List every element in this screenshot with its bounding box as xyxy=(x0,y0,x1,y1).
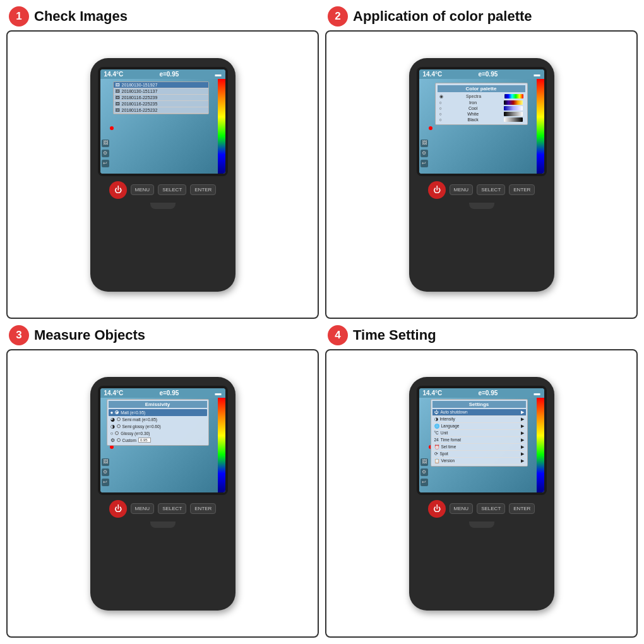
settings-item[interactable]: ⟳Spot▶ xyxy=(432,451,526,458)
temp-display: 14.4°C xyxy=(423,71,443,78)
settings-item[interactable]: °CUnit▶ xyxy=(432,430,526,437)
btn-menu[interactable]: MENU xyxy=(131,184,155,195)
settings-icon: °C xyxy=(434,431,439,435)
screen-header-4: 14.4°Ce=0.95▬ xyxy=(419,388,544,398)
settings-item[interactable]: 🌐Language▶ xyxy=(432,423,526,430)
settings-arrow: ▶ xyxy=(521,410,524,415)
device-buttons-3: ⏻MENUSELECTENTER xyxy=(109,500,217,518)
step-title-text-3: Measure Objects xyxy=(34,327,145,343)
emissivity-item-name: Custom xyxy=(122,438,136,443)
device-box-2: 14.4°Ce=0.95▬🖼⚙↩Color palette◉ Spectra○ … xyxy=(325,30,638,319)
btn-select[interactable]: SELECT xyxy=(477,503,505,514)
settings-item[interactable]: ⏰Set time▶ xyxy=(432,444,526,451)
settings-icon: ⟳ xyxy=(434,451,438,456)
radio-dot xyxy=(115,431,119,435)
device-2: 14.4°Ce=0.95▬🖼⚙↩Color palette◉ Spectra○ … xyxy=(409,58,554,292)
step-badge-2: 2 xyxy=(328,6,348,27)
file-item[interactable]: 🖼20180116-225239 xyxy=(114,95,208,101)
screen-icon: ⚙ xyxy=(102,150,109,157)
device-1: 14.4°Ce=0.95▬🖼20180130-151927🖼20180130-1… xyxy=(90,58,236,292)
device-buttons-1: ⏻MENUSELECTENTER xyxy=(109,181,217,199)
screen-icon: 🖼 xyxy=(420,458,428,466)
palette-menu: Color palette◉ Spectra○ Iron○ Cool○ Whit… xyxy=(435,83,528,125)
settings-item[interactable]: 📋Version▶ xyxy=(432,458,526,465)
file-item[interactable]: 🖼20180116-225232 xyxy=(114,107,208,114)
radio-dot xyxy=(117,438,121,442)
radio-dot xyxy=(117,417,121,421)
settings-item[interactable]: ◑Intensity▶ xyxy=(432,416,526,423)
step-title-4: 4Time Setting xyxy=(325,325,436,345)
step-badge-3: 3 xyxy=(9,325,29,345)
settings-item-name: Intensity xyxy=(440,417,455,421)
palette-item[interactable]: ○ Cool xyxy=(438,105,525,111)
emissivity-item-name: Glossy (e=0.30) xyxy=(121,431,150,436)
settings-icon: 24 xyxy=(434,438,439,442)
emissivity-item[interactable]: ◑Semi glossy (e=0.60) xyxy=(109,423,207,430)
settings-icon: 🌐 xyxy=(434,424,439,429)
palette-item[interactable]: ○ Iron xyxy=(438,100,525,105)
device-3: 14.4°Ce=0.95▬🖼⚙↩Emissivity●Matt (e=0.95)… xyxy=(90,377,236,611)
file-icon: 🖼 xyxy=(116,83,120,87)
radio-button: ◉ xyxy=(439,94,443,99)
power-button[interactable]: ⏻ xyxy=(109,181,127,199)
settings-icon: ⏰ xyxy=(434,444,439,450)
palette-swatch-cool xyxy=(504,106,523,110)
btn-enter[interactable]: ENTER xyxy=(190,184,216,195)
screen-header-2: 14.4°Ce=0.95▬ xyxy=(419,69,544,79)
emissivity-item[interactable]: ◕Semi matt (e=0.85) xyxy=(109,416,207,423)
btn-menu[interactable]: MENU xyxy=(131,503,155,514)
palette-item[interactable]: ○ Black xyxy=(438,117,525,122)
settings-item[interactable]: 24Time fomat▶ xyxy=(432,437,526,444)
step-title-text-4: Time Setting xyxy=(353,327,436,343)
palette-item[interactable]: ○ White xyxy=(438,111,525,117)
screen-icon: ↩ xyxy=(420,160,428,167)
file-icon: 🖼 xyxy=(116,95,120,100)
emissivity-item[interactable]: ⚙Custom0.95 xyxy=(109,437,207,444)
btn-menu[interactable]: MENU xyxy=(450,184,474,195)
step-badge-1: 1 xyxy=(9,6,29,27)
btn-select[interactable]: SELECT xyxy=(158,503,186,514)
settings-item[interactable]: ⏻Auto shutdown▶ xyxy=(432,409,526,416)
file-name: 20180116-225239 xyxy=(122,95,158,100)
power-button[interactable]: ⏻ xyxy=(109,500,127,518)
palette-item-name: Iron xyxy=(469,100,477,105)
device-box-4: 14.4°Ce=0.95▬🖼⚙↩Settings⏻Auto shutdown▶◑… xyxy=(325,349,638,638)
battery-icon: ▬ xyxy=(534,390,540,397)
file-name: 20180116-225235 xyxy=(122,102,158,106)
settings-icon: ⏻ xyxy=(434,410,439,414)
power-button[interactable]: ⏻ xyxy=(428,181,446,199)
file-item[interactable]: 🖼20180130-151137 xyxy=(114,88,208,95)
power-button[interactable]: ⏻ xyxy=(428,500,446,518)
btn-menu[interactable]: MENU xyxy=(450,503,474,514)
btn-select[interactable]: SELECT xyxy=(158,184,186,195)
radio-button: ○ xyxy=(439,100,442,105)
file-item[interactable]: 🖼20180130-151927 xyxy=(114,82,208,88)
custom-value[interactable]: 0.95 xyxy=(138,438,151,443)
btn-enter[interactable]: ENTER xyxy=(509,503,535,514)
screen-icon: 🖼 xyxy=(102,458,109,466)
settings-item-name: Version xyxy=(441,458,455,463)
emissivity-display: e=0.95 xyxy=(478,71,498,78)
file-icon: 🖼 xyxy=(116,102,120,106)
device-4: 14.4°Ce=0.95▬🖼⚙↩Settings⏻Auto shutdown▶◑… xyxy=(409,377,554,611)
device-box-3: 14.4°Ce=0.95▬🖼⚙↩Emissivity●Matt (e=0.95)… xyxy=(6,349,319,638)
file-icon: 🖼 xyxy=(116,89,120,93)
btn-select[interactable]: SELECT xyxy=(477,184,505,195)
color-scale xyxy=(537,79,544,174)
settings-item-name: Unit xyxy=(441,431,448,435)
screen-icon: ⚙ xyxy=(420,150,428,157)
device-bottom-bump xyxy=(150,203,176,209)
btn-enter[interactable]: ENTER xyxy=(509,184,535,195)
btn-enter[interactable]: ENTER xyxy=(190,503,216,514)
settings-item-name: Language xyxy=(441,424,460,428)
screen-icon: ⚙ xyxy=(102,468,109,476)
emissivity-item[interactable]: ●Matt (e=0.95) xyxy=(109,409,207,416)
settings-arrow: ▶ xyxy=(521,417,524,422)
palette-item[interactable]: ◉ Spectra xyxy=(438,93,525,100)
screen-icon: ⚙ xyxy=(420,468,428,476)
file-item[interactable]: 🖼20180116-225235 xyxy=(114,101,208,107)
emissivity-item[interactable]: ○Glossy (e=0.30) xyxy=(109,430,207,437)
file-name: 20180116-225232 xyxy=(122,108,158,112)
palette-swatch-spectra xyxy=(504,94,523,98)
screen-icon: ↩ xyxy=(420,479,428,486)
